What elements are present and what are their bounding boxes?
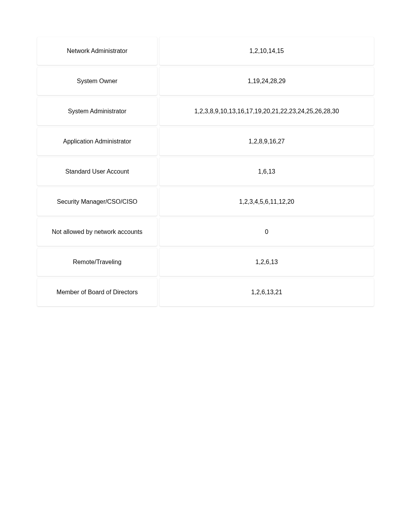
table-row: Member of Board of Directors 1,2,6,13,21 xyxy=(37,278,374,306)
table-row: Network Administrator 1,2,10,14,15 xyxy=(37,37,374,65)
values-cell: 1,2,8,9,16,27 xyxy=(159,128,374,155)
role-cell: Application Administrator xyxy=(37,128,157,155)
values-cell: 1,19,24,28,29 xyxy=(159,67,374,95)
values-cell: 1,2,6,13 xyxy=(159,248,374,276)
table-row: System Owner 1,19,24,28,29 xyxy=(37,67,374,95)
role-cell: Security Manager/CSO/CISO xyxy=(37,188,157,216)
values-cell: 1,2,6,13,21 xyxy=(159,278,374,306)
table-row: System Administrator 1,2,3,8,9,10,13,16,… xyxy=(37,97,374,125)
table-row: Remote/Traveling 1,2,6,13 xyxy=(37,248,374,276)
role-cell: Member of Board of Directors xyxy=(37,278,157,306)
roles-table: Network Administrator 1,2,10,14,15 Syste… xyxy=(35,35,376,309)
role-cell: System Owner xyxy=(37,67,157,95)
table-row: Application Administrator 1,2,8,9,16,27 xyxy=(37,128,374,155)
table-row: Not allowed by network accounts 0 xyxy=(37,218,374,246)
role-cell: Remote/Traveling xyxy=(37,248,157,276)
values-cell: 1,6,13 xyxy=(159,158,374,186)
values-cell: 1,2,3,8,9,10,13,16,17,19,20,21,22,23,24,… xyxy=(159,97,374,125)
role-cell: Standard User Account xyxy=(37,158,157,186)
values-cell: 0 xyxy=(159,218,374,246)
roles-table-container: Network Administrator 1,2,10,14,15 Syste… xyxy=(35,35,376,309)
role-cell: Not allowed by network accounts xyxy=(37,218,157,246)
role-cell: Network Administrator xyxy=(37,37,157,65)
table-row: Standard User Account 1,6,13 xyxy=(37,158,374,186)
values-cell: 1,2,3,4,5,6,11,12,20 xyxy=(159,188,374,216)
roles-table-body: Network Administrator 1,2,10,14,15 Syste… xyxy=(37,37,374,306)
role-cell: System Administrator xyxy=(37,97,157,125)
table-row: Security Manager/CSO/CISO 1,2,3,4,5,6,11… xyxy=(37,188,374,216)
values-cell: 1,2,10,14,15 xyxy=(159,37,374,65)
